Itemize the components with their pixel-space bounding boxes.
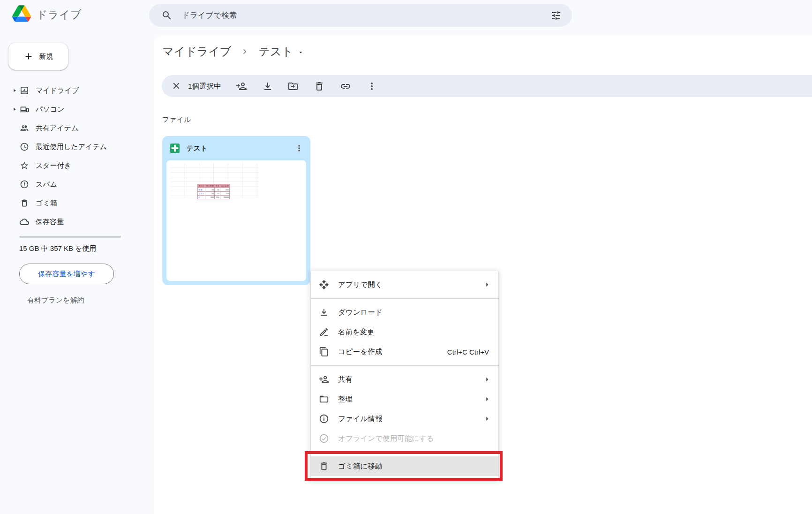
sidebar-item-label: パソコン <box>36 105 64 114</box>
info-icon <box>318 414 330 424</box>
sidebar-item-label: 共有アイテム <box>36 124 78 133</box>
menu-item-open-with[interactable]: アプリで開く <box>311 275 498 295</box>
move-to-folder-icon[interactable] <box>287 81 299 92</box>
menu-shortcut: Ctrl+C Ctrl+V <box>447 348 489 356</box>
google-drive-logo[interactable] <box>12 5 31 22</box>
file-title: テスト <box>187 144 294 153</box>
spam-icon <box>20 180 29 189</box>
sidebar-item-storage[interactable]: 保存容量 <box>0 212 154 231</box>
caret-down-icon <box>298 49 304 55</box>
expand-caret-icon[interactable] <box>12 88 17 93</box>
breadcrumb-my-drive[interactable]: マイドライブ <box>162 44 231 59</box>
plus-icon <box>23 51 34 61</box>
people-icon <box>20 123 29 133</box>
submenu-arrow-icon <box>482 280 492 289</box>
menu-item-label: アプリで開く <box>338 280 482 290</box>
menu-item-label: 名前を変更 <box>338 327 491 337</box>
expand-caret-icon[interactable] <box>12 107 17 112</box>
menu-item-label: ダウンロード <box>338 308 491 317</box>
menu-item-label: ファイル情報 <box>338 414 482 424</box>
computer-icon <box>20 105 29 114</box>
breadcrumb: マイドライブ テスト <box>162 43 304 60</box>
new-button[interactable]: 新規 <box>8 43 68 70</box>
sidebar-item-computers[interactable]: パソコン <box>0 100 154 119</box>
cloud-icon <box>20 217 29 227</box>
sidebar-item-shared[interactable]: 共有アイテム <box>0 119 154 137</box>
menu-item-organize[interactable]: 整理 <box>311 389 498 409</box>
copy-icon <box>318 347 330 357</box>
selection-toolbar: 1個選択中 <box>162 75 812 97</box>
menu-item-make-offline: オフラインで使用可能にする <box>311 429 498 448</box>
download-icon[interactable] <box>262 81 273 92</box>
files-section-heading: ファイル <box>162 115 191 124</box>
sidebar-item-label: ゴミ箱 <box>36 199 57 208</box>
submenu-arrow-icon <box>482 375 492 384</box>
star-icon <box>20 161 29 170</box>
file-card[interactable]: テスト 商品名 商品単価 数量 合計金額 鉛筆 20 20 400 ブラシ 50… <box>162 136 310 285</box>
google-sheets-icon <box>170 143 180 153</box>
search-input[interactable] <box>182 11 550 20</box>
submenu-arrow-icon <box>482 414 492 423</box>
person-add-icon[interactable] <box>236 81 247 92</box>
breadcrumb-current-folder[interactable]: テスト <box>258 44 304 59</box>
file-card-header: テスト <box>162 136 310 160</box>
menu-item-share[interactable]: 共有 <box>311 370 498 389</box>
sidebar-item-label: スター付き <box>36 161 71 170</box>
person-add-icon <box>318 374 330 385</box>
open-with-icon <box>318 280 330 290</box>
offline-pin-icon <box>318 433 330 444</box>
my-drive-icon <box>20 86 29 95</box>
sidebar-item-recent[interactable]: 最近使用したアイテム <box>0 137 154 156</box>
menu-divider <box>311 365 498 366</box>
menu-item-file-info[interactable]: ファイル情報 <box>311 409 498 429</box>
sidebar-item-label: 最近使用したアイテム <box>36 143 107 151</box>
breadcrumb-current-label: テスト <box>258 44 293 59</box>
sidebar-item-starred[interactable]: スター付き <box>0 156 154 175</box>
menu-item-move-to-trash[interactable]: ゴミ箱に移動 <box>311 456 498 476</box>
sidebar-item-trash[interactable]: ゴミ箱 <box>0 194 154 212</box>
sidebar-item-label: マイドライブ <box>36 86 79 95</box>
more-vert-icon[interactable] <box>294 144 304 153</box>
app-title: ドライブ <box>37 8 82 22</box>
menu-item-label: オフラインで使用可能にする <box>338 434 491 444</box>
trash-icon <box>318 461 330 471</box>
selection-count: 1個選択中 <box>188 82 221 91</box>
folder-icon <box>318 394 330 404</box>
menu-item-label: コピーを作成 <box>338 347 447 357</box>
sidebar: マイドライブ パソコン 共有アイテム 最近使用したアイテム スター付き スパム <box>0 81 154 231</box>
tune-icon[interactable] <box>550 10 562 21</box>
search-icon[interactable] <box>161 10 173 21</box>
menu-divider <box>311 298 498 299</box>
sidebar-item-label: スパム <box>36 180 57 189</box>
rename-pencil-icon <box>318 327 330 337</box>
cancel-plan-link[interactable]: 有料プランを解約 <box>27 296 84 305</box>
submenu-arrow-icon <box>482 394 492 404</box>
context-menu: アプリで開く ダウンロード 名前を変更 コピーを作成 Ctrl+C Ctrl+V… <box>311 271 498 480</box>
buy-storage-button[interactable]: 保存容量を増やす <box>19 264 114 284</box>
trash-icon[interactable] <box>314 81 325 92</box>
sidebar-item-my-drive[interactable]: マイドライブ <box>0 81 154 100</box>
menu-item-label: ゴミ箱に移動 <box>338 461 491 471</box>
storage-progress-bar <box>19 236 121 238</box>
more-vert-icon[interactable] <box>366 81 377 92</box>
sidebar-item-spam[interactable]: スパム <box>0 175 154 194</box>
menu-item-rename[interactable]: 名前を変更 <box>311 322 498 342</box>
menu-item-download[interactable]: ダウンロード <box>311 302 498 322</box>
menu-item-label: 共有 <box>338 375 482 385</box>
storage-usage-text: 15 GB 中 357 KB を使用 <box>19 244 97 253</box>
download-icon <box>318 307 330 317</box>
link-icon[interactable] <box>340 81 351 92</box>
clock-icon <box>20 142 29 151</box>
file-thumbnail: 商品名 商品単価 数量 合計金額 鉛筆 20 20 400 ブラシ 50 15 … <box>166 160 306 281</box>
new-button-label: 新規 <box>39 52 53 61</box>
close-icon[interactable] <box>171 81 181 91</box>
sidebar-item-label: 保存容量 <box>36 218 64 227</box>
chevron-right-icon <box>240 46 250 57</box>
thumbnail-spreadsheet: 商品名 商品単価 数量 合計金額 鉛筆 20 20 400 ブラシ 50 15 … <box>197 184 230 199</box>
menu-divider <box>311 452 498 453</box>
menu-item-label: 整理 <box>338 394 482 404</box>
trash-icon <box>20 198 29 208</box>
menu-item-make-copy[interactable]: コピーを作成 Ctrl+C Ctrl+V <box>311 342 498 362</box>
search-bar[interactable] <box>149 4 572 27</box>
